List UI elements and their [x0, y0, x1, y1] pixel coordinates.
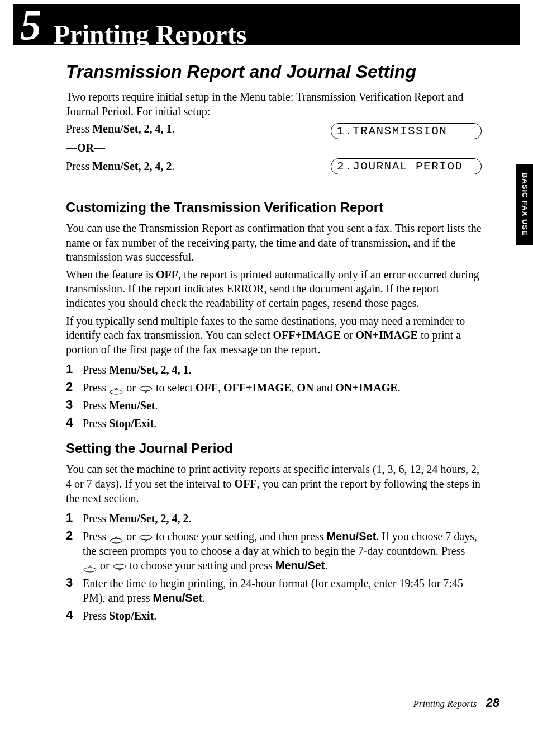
- period: .: [202, 592, 205, 604]
- stop-exit-key: Stop/Exit: [109, 417, 154, 429]
- press-period: .: [172, 122, 174, 135]
- press-line-2: Press Menu/Set, 2, 4, 2.: [66, 159, 308, 174]
- arrow-up-icon: [83, 561, 97, 570]
- menu-set-key: Menu/Set: [275, 559, 325, 571]
- off-image-label: OFF+IMAGE: [223, 381, 291, 394]
- side-tab: BASIC FAX USE: [516, 164, 533, 245]
- text: Enter the time to begin printing, in 24-…: [83, 577, 463, 604]
- steps-list-2: Press Menu/Set, 2, 4, 2. Press or to cho…: [66, 511, 482, 623]
- section-title: Transmission Report and Journal Setting: [66, 62, 482, 82]
- chapter-title: Printing Reports: [54, 21, 246, 48]
- chapter-bar: 5 Printing Reports: [13, 4, 520, 45]
- on-image-label: ON+IMAGE: [356, 329, 418, 341]
- side-tab-label: BASIC FAX USE: [521, 173, 529, 236]
- comma: ,: [291, 381, 297, 394]
- text: or: [123, 381, 139, 394]
- press-seq: , 2, 4, 2: [138, 160, 172, 172]
- text: Press: [83, 381, 109, 394]
- step-3: Enter the time to begin printing, in 24-…: [66, 576, 482, 605]
- arrow-down-icon: [112, 561, 127, 570]
- sub1-p2: When the feature is OFF, the report is p…: [66, 268, 482, 311]
- menu-set-key: Menu/Set: [326, 530, 376, 542]
- on-label: ON: [297, 381, 313, 394]
- arrow-down-icon: [139, 532, 153, 541]
- step-3: Press Menu/Set.: [66, 398, 482, 413]
- text: to select: [153, 381, 196, 394]
- svg-point-3: [140, 535, 152, 540]
- svg-point-0: [110, 390, 122, 394]
- text: to choose your setting, and then press: [153, 530, 327, 542]
- svg-point-2: [110, 538, 122, 543]
- step-2: Press or to select OFF, OFF+IMAGE, ON an…: [66, 380, 482, 395]
- chapter-number: 5: [20, 3, 41, 46]
- text: or: [123, 530, 139, 542]
- on-image-label: ON+IMAGE: [335, 381, 397, 394]
- off-image-label: OFF+IMAGE: [273, 329, 340, 341]
- arrow-up-icon: [109, 384, 123, 393]
- steps-list-1: Press Menu/Set, 2, 4, 1. Press or to sel…: [66, 362, 482, 431]
- text: or: [97, 559, 112, 571]
- off-label: OFF: [156, 268, 178, 281]
- stop-exit-key: Stop/Exit: [109, 609, 154, 622]
- period: .: [188, 512, 191, 525]
- menu-set-key: Menu/Set: [109, 512, 155, 525]
- sub1-p3: If you typically send multiple faxes to …: [66, 314, 482, 357]
- press-period: .: [172, 160, 174, 172]
- text: Press: [83, 417, 109, 429]
- or-text: OR: [77, 141, 94, 154]
- off-label: OFF: [196, 381, 218, 394]
- sub1-p1: You can use the Transmission Report as c…: [66, 221, 482, 264]
- step-1: Press Menu/Set, 2, 4, 2.: [66, 511, 482, 526]
- footer-label: Printing Reports: [413, 698, 477, 709]
- lcd-display-2: 2.JOURNAL PERIOD: [331, 158, 482, 174]
- menu-set-key: Menu/Set: [109, 363, 155, 376]
- period: .: [155, 399, 158, 412]
- press-seq: , 2, 4, 1: [138, 122, 172, 135]
- period: .: [325, 559, 328, 571]
- subheading-customizing: Customizing the Transmission Verificatio…: [66, 200, 482, 218]
- svg-point-1: [140, 386, 152, 391]
- arrow-down-icon: [139, 384, 153, 393]
- lcd-display-1: 1.TRANSMISSION: [331, 123, 482, 139]
- key-seq: , 2, 4, 2: [155, 512, 188, 525]
- intro-text: Two reports require initial setup in the…: [66, 90, 482, 119]
- step-2: Press or to choose your setting, and the…: [66, 529, 482, 573]
- or-line: —OR—: [66, 141, 308, 155]
- period: .: [188, 363, 191, 376]
- step-4: Press Stop/Exit.: [66, 608, 482, 623]
- step-4: Press Stop/Exit.: [66, 416, 482, 431]
- text: Press: [83, 609, 109, 622]
- press-key: Menu/Set: [92, 122, 138, 135]
- press-key: Menu/Set: [92, 160, 138, 172]
- menu-set-key: Menu/Set: [109, 399, 155, 412]
- key-seq: , 2, 4, 1: [155, 363, 188, 376]
- off-label: OFF: [235, 478, 257, 490]
- text: Press: [83, 363, 109, 376]
- press-prefix: Press: [66, 122, 92, 135]
- press-prefix: Press: [66, 160, 92, 172]
- step-1: Press Menu/Set, 2, 4, 1.: [66, 362, 482, 377]
- arrow-up-icon: [109, 532, 123, 541]
- text: When the feature is: [66, 268, 156, 281]
- text: or: [341, 329, 356, 341]
- text: Press: [83, 512, 109, 525]
- page-number: 28: [486, 696, 499, 710]
- svg-point-4: [84, 568, 96, 572]
- text: Press: [83, 399, 109, 412]
- press-line-1: Press Menu/Set, 2, 4, 1.: [66, 122, 308, 136]
- period: .: [154, 609, 156, 622]
- sub2-p1: You can set the machine to print activit…: [66, 462, 482, 505]
- text: to choose your setting and press: [127, 559, 275, 571]
- comma: ,: [218, 381, 223, 394]
- subheading-journal: Setting the Journal Period: [66, 441, 482, 459]
- period: .: [398, 381, 401, 394]
- page-footer: Printing Reports 28: [66, 691, 499, 710]
- menu-set-key: Menu/Set: [153, 592, 203, 604]
- period: .: [154, 417, 156, 429]
- text: Press: [83, 530, 109, 542]
- svg-point-5: [113, 564, 126, 569]
- and: and: [313, 381, 335, 394]
